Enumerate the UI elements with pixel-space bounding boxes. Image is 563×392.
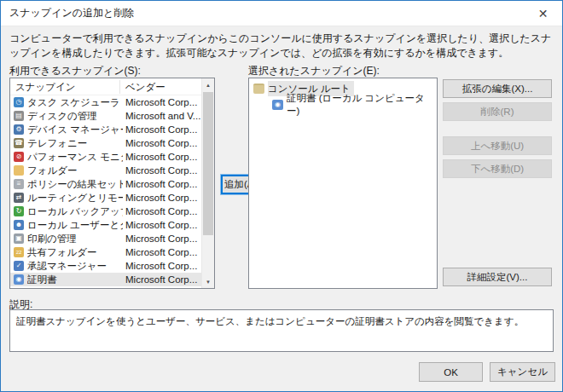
device-manager-icon: ⚙	[14, 124, 24, 135]
local-users-groups-icon: ☻	[14, 220, 24, 230]
advanced-button[interactable]: 詳細設定(V)...	[443, 268, 552, 286]
snapin-row[interactable]: 22 共有フォルダー Microsoft Corp...	[10, 245, 201, 259]
scrollbar-thumb[interactable]	[203, 92, 213, 235]
column-header-snapin[interactable]: スナップイン	[15, 81, 76, 94]
close-icon[interactable]: ✕	[524, 1, 562, 26]
cancel-button[interactable]: キャンセル	[490, 362, 555, 382]
snapin-row[interactable]: ☎ テレフォニー Microsoft Corp...	[10, 136, 201, 150]
snapin-row[interactable]: ◉ 証明書 Microsoft Corp...	[10, 273, 201, 286]
snapin-row[interactable]: ≡ ポリシーの結果セット Microsoft Corp...	[10, 177, 201, 191]
snapin-row[interactable]: ▣ 印刷の管理 Microsoft Corp...	[10, 232, 201, 245]
local-backup-icon: ↻	[14, 206, 24, 216]
snapin-row[interactable]: ☻ ローカル ユーザーとグループ Microsoft Corp...	[10, 218, 201, 232]
scroll-down-icon[interactable]: ▼	[202, 275, 214, 288]
list-scrollbar[interactable]: ▲ ▼	[201, 78, 214, 288]
console-root-folder-icon	[253, 84, 264, 94]
snapin-row[interactable]: ⚙ デバイス マネージャー Microsoft Corp...	[10, 123, 201, 136]
print-management-icon: ▣	[14, 233, 24, 244]
disk-management-icon: ▤	[14, 111, 24, 121]
snapin-row[interactable]: ✓ 承認マネージャー Microsoft Corp...	[10, 259, 201, 273]
dialog-description-text: コンピューターで利用できるスナップインからこのコンソールに使用するスナップインを…	[9, 32, 555, 61]
tree-item-certificates[interactable]: ◉ 証明書 (ローカル コンピューター)	[268, 97, 437, 112]
selected-snapins-label: 選択されたスナップイン(E):	[248, 64, 380, 78]
snapin-row[interactable]: ⇄ ルーティングとリモート アクセス Microsoft Corp...	[10, 191, 201, 205]
available-snapins-list[interactable]: スナップイン ベンダー ◷ タスク スケジューラ Microsoft Corp.…	[9, 78, 215, 289]
add-remove-snapins-dialog: スナップインの追加と削除 ✕ コンピューターで利用できるスナップインからこのコン…	[0, 0, 563, 392]
snapin-row[interactable]: ↻ ローカル バックアップ Microsoft Corp...	[10, 205, 201, 218]
scroll-up-icon[interactable]: ▲	[202, 78, 214, 91]
list-header: スナップイン ベンダー	[10, 78, 201, 95]
performance-monitor-icon: ⊘	[14, 152, 24, 162]
description-box: 証明書スナップインを使うとユーザー、サービス、またはコンピューターの証明書ストア…	[9, 309, 554, 352]
shared-folder-icon: 22	[14, 247, 24, 257]
policy-results-icon: ≡	[14, 179, 24, 189]
dialog-title: スナップインの追加と削除	[1, 6, 134, 20]
move-down-button: 下へ移動(D)	[443, 159, 552, 178]
selected-snapins-tree[interactable]: コンソール ルート ◉ 証明書 (ローカル コンピューター)	[248, 78, 438, 289]
snapin-rows: ◷ タスク スケジューラ Microsoft Corp... ▤ ディスクの管理…	[10, 95, 201, 288]
authorization-manager-icon: ✓	[14, 261, 24, 271]
column-divider	[119, 80, 120, 94]
ok-button[interactable]: OK	[419, 362, 483, 382]
titlebar: スナップインの追加と削除 ✕	[1, 1, 562, 26]
routing-remote-access-icon: ⇄	[14, 193, 24, 203]
snapin-row[interactable]: フォルダー Microsoft Corp...	[10, 164, 201, 177]
folder-icon	[14, 165, 24, 176]
snapin-row[interactable]: ▤ ディスクの管理 Microsoft and V...	[10, 109, 201, 123]
snapin-row[interactable]: ⊘ パフォーマンス モニター Microsoft Corp...	[10, 150, 201, 164]
certificates-icon: ◉	[14, 274, 24, 285]
snapin-row[interactable]: ◷ タスク スケジューラ Microsoft Corp...	[10, 95, 201, 109]
available-snapins-label: 利用できるスナップイン(S):	[9, 64, 141, 78]
certificates-icon: ◉	[272, 100, 283, 110]
telephony-icon: ☎	[14, 138, 24, 148]
task-scheduler-icon: ◷	[14, 97, 24, 107]
move-up-button: 上へ移動(U)	[443, 136, 552, 155]
certificates-label: 証明書 (ローカル コンピューター)	[287, 92, 433, 118]
column-header-vendor[interactable]: ベンダー	[125, 81, 165, 94]
remove-button: 削除(R)	[443, 102, 552, 121]
edit-extensions-button[interactable]: 拡張の編集(X)...	[443, 79, 552, 98]
